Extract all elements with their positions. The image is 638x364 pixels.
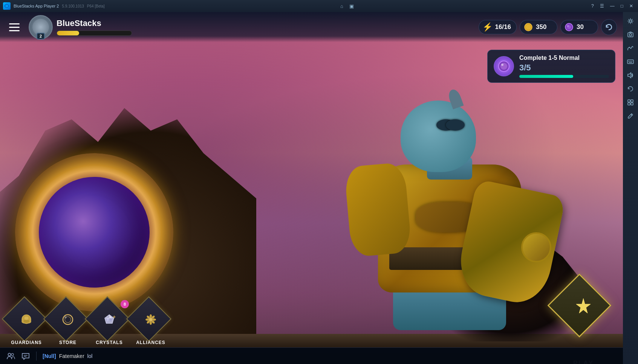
crystals-label: CRYSTALS	[96, 340, 122, 345]
titlebar-left: BlueStacks App Player 2 5.9.100.1013 P64…	[3, 2, 105, 10]
gems-value: 30	[577, 23, 584, 31]
media-icon[interactable]: ▣	[348, 3, 355, 10]
alliances-button[interactable]	[132, 301, 170, 338]
coins-icon	[523, 22, 534, 32]
svg-point-36	[629, 20, 632, 22]
chat-bar: [Null] Fatemaker lol	[0, 347, 623, 364]
bluestacks-logo	[3, 2, 11, 10]
sidebar-rotate-icon[interactable]	[624, 83, 636, 95]
quest-panel[interactable]: Complete 1-5 Normal 3/5	[487, 50, 615, 83]
nav-wrapper: GUARDIANS STORE	[0, 299, 623, 347]
crystals-badge: 8	[121, 300, 129, 308]
portal[interactable]	[15, 153, 173, 311]
svg-rect-48	[628, 103, 630, 105]
store-button[interactable]	[49, 301, 87, 338]
svg-marker-45	[628, 73, 631, 78]
play-diamond	[555, 279, 612, 335]
titlebar-center: ⌂ ▣	[339, 3, 355, 10]
refresh-button[interactable]	[601, 19, 617, 35]
player-info: 2 BlueStacks	[29, 15, 132, 39]
energy-resource[interactable]: ⚡ 16/16	[479, 20, 517, 34]
svg-point-32	[8, 353, 11, 356]
sidebar-screenshot-icon[interactable]	[624, 29, 636, 41]
chat-icon[interactable]	[21, 352, 30, 361]
chat-message-text: lol	[87, 353, 92, 359]
sidebar-edit-icon[interactable]	[624, 110, 636, 122]
quest-progress-text: 3/5	[519, 63, 609, 73]
quest-icon	[494, 56, 514, 76]
energy-value: 16/16	[495, 23, 511, 31]
close-button[interactable]: ✕	[627, 3, 635, 9]
crystals-icon-container	[103, 313, 116, 326]
svg-marker-31	[576, 299, 591, 313]
nav-item-crystals[interactable]: 8	[90, 301, 128, 345]
svg-rect-46	[628, 100, 630, 102]
portal-inner	[39, 177, 150, 288]
play-icon-container	[573, 297, 594, 317]
svg-point-25	[150, 321, 152, 325]
player-name: BlueStacks	[57, 18, 132, 28]
alliances-icon-container	[144, 313, 158, 326]
player-xp-bar	[57, 30, 132, 36]
sidebar-volume-icon[interactable]	[624, 69, 636, 81]
player-name-area: BlueStacks	[57, 18, 132, 36]
quest-progress-bar	[519, 75, 609, 78]
sidebar-apps-icon[interactable]	[624, 96, 636, 108]
menu-line-1	[9, 23, 20, 24]
chat-message: [Null] Fatemaker lol	[43, 353, 92, 359]
maximize-button[interactable]: □	[619, 3, 625, 9]
alliances-label: ALLIANCES	[136, 340, 165, 345]
svg-point-9	[501, 64, 503, 66]
svg-rect-49	[631, 103, 633, 105]
energy-icon: ⚡	[482, 22, 493, 32]
chat-username-text: Fatemaker	[59, 353, 84, 359]
coins-resource[interactable]: 350	[520, 20, 557, 34]
svg-rect-39	[627, 60, 633, 64]
sidebar-performance-icon[interactable]	[624, 42, 636, 54]
quest-title: Complete 1-5 Normal	[519, 55, 609, 61]
titlebar-app-title: BlueStacks App Player 2	[14, 4, 59, 8]
sidebar-settings-icon[interactable]	[624, 15, 636, 27]
home-icon[interactable]: ⌂	[339, 3, 345, 10]
nav-item-guardians[interactable]: GUARDIANS	[8, 301, 45, 345]
friends-icon[interactable]	[6, 352, 15, 361]
nav-item-alliances[interactable]: ALLIANCES	[132, 301, 170, 345]
gems-icon	[564, 22, 574, 32]
game-area: 2 BlueStacks ⚡ 16/16	[0, 12, 623, 364]
menu-line-2	[9, 27, 20, 28]
coins-value: 350	[536, 23, 546, 31]
help-icon[interactable]: ?	[589, 3, 596, 9]
menu-button[interactable]	[6, 19, 23, 35]
player-xp-fill	[57, 31, 79, 35]
svg-point-27	[145, 318, 149, 321]
guardians-icon-container	[20, 313, 33, 326]
hamburger-icon[interactable]: ☰	[598, 3, 606, 9]
store-icon-container	[61, 313, 75, 326]
quest-progress-fill	[519, 75, 573, 78]
player-avatar[interactable]: 2	[29, 15, 53, 39]
svg-rect-47	[631, 100, 633, 102]
gems-resource[interactable]: 30	[560, 20, 598, 34]
svg-point-12	[64, 316, 67, 318]
minimize-button[interactable]: —	[608, 3, 617, 9]
svg-point-21	[150, 314, 152, 318]
svg-rect-37	[628, 33, 633, 37]
crystals-button[interactable]: 8	[90, 301, 128, 338]
titlebar: BlueStacks App Player 2 5.9.100.1013 P64…	[0, 0, 638, 12]
guardians-button[interactable]	[8, 301, 45, 338]
svg-point-30	[150, 318, 152, 321]
sidebar-keyboard-icon[interactable]	[624, 56, 636, 68]
svg-point-3	[526, 24, 531, 30]
svg-point-38	[629, 34, 632, 36]
character-sulley	[344, 74, 555, 330]
titlebar-platform: P64 [Beta]	[87, 4, 105, 8]
svg-point-23	[152, 318, 156, 321]
svg-line-50	[631, 114, 632, 116]
nav-items: GUARDIANS STORE	[8, 301, 170, 345]
svg-point-8	[500, 63, 507, 70]
nav-item-store[interactable]: STORE	[49, 301, 87, 345]
titlebar-version: 5.9.100.1013	[62, 4, 84, 8]
menu-line-3	[9, 30, 20, 31]
store-label: STORE	[59, 340, 76, 345]
svg-point-10	[63, 315, 73, 324]
